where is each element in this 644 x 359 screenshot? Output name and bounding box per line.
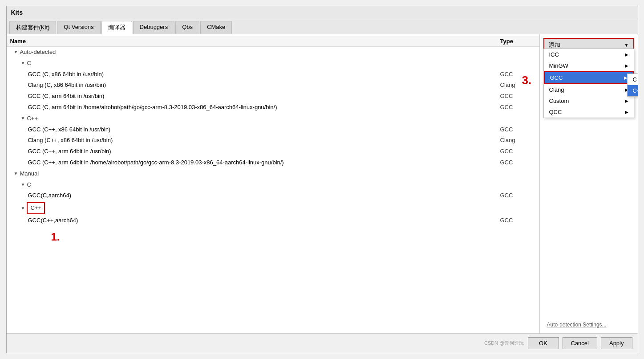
ok-button[interactable]: OK: [528, 337, 559, 349]
qcc-arrow: ▶: [625, 110, 628, 114]
tree-header: Name Type: [7, 36, 539, 47]
manual-cxx-section[interactable]: ▼ C++: [7, 201, 539, 215]
tab-qt-versions[interactable]: Qt Versions: [57, 21, 100, 34]
col-name-header: Name: [10, 38, 500, 45]
submenu-c[interactable]: C: [628, 74, 638, 85]
mingw-arrow: ▶: [625, 63, 628, 68]
section-auto-detected[interactable]: ▼ Auto-detected: [7, 47, 539, 58]
clang-cxx-x86-64-name: Clang (C++, x86 64bit in /usr/bin): [28, 136, 113, 145]
gcc-c-arm-aarch64-type: GCC: [500, 103, 536, 112]
expand-manual-c[interactable]: ▼: [21, 181, 25, 188]
mingw-label: MinGW: [549, 62, 568, 69]
gcc-cxx-arm-aarch64-name: GCC (C++, arm 64bit in /home/airobot/pat…: [28, 158, 284, 167]
tab-kits[interactable]: 构建套件(Kit): [9, 21, 57, 34]
gcc-cxx-x86-64-type: GCC: [500, 125, 536, 135]
clang-label: Clang: [549, 86, 564, 93]
section-cxx[interactable]: ▼ C++: [7, 113, 539, 124]
clang-c-x86-64-name: Clang (C, x86 64bit in /usr/bin): [28, 81, 106, 90]
gcc-c-aarch64-row[interactable]: GCC(C,aarch64) GCC: [7, 190, 539, 201]
gcc-c-x86-64-row[interactable]: GCC (C, x86 64bit in /usr/bin) GCC: [7, 69, 539, 80]
gcc-c-arm-aarch64-row[interactable]: GCC (C, arm 64bit in /home/airobot/path/…: [7, 102, 539, 113]
gcc-c-arm-aarch64-name: GCC (C, arm 64bit in /home/airobot/path/…: [28, 103, 277, 112]
auto-detect-link[interactable]: Auto-detection Settings...: [543, 320, 634, 330]
gcc-cxx-arm-aarch64-row[interactable]: GCC (C++, arm 64bit in /home/airobot/pat…: [7, 157, 539, 168]
gcc-submenu: C C++: [627, 73, 638, 97]
add-dropdown-menu: ICC ▶ MinGW ▶ GCC ▶ Clang ▶ Custom ▶: [543, 49, 634, 118]
apply-button[interactable]: Apply: [601, 337, 632, 349]
window-title: Kits: [7, 6, 638, 19]
tab-qbs[interactable]: Qbs: [175, 21, 199, 34]
gcc-c-aarch64-name: GCC(C,aarch64): [28, 191, 72, 200]
icc-label: ICC: [549, 51, 559, 58]
main-window: Kits 构建套件(Kit) Qt Versions 编译器 Debuggers…: [6, 6, 638, 353]
cancel-button[interactable]: Cancel: [563, 337, 597, 349]
clang-cxx-x86-64-row[interactable]: Clang (C++, x86 64bit in /usr/bin) Clang: [7, 135, 539, 146]
tabs-row: 构建套件(Kit) Qt Versions 编译器 Debuggers Qbs …: [7, 19, 638, 34]
expand-manual-cxx[interactable]: ▼: [21, 205, 25, 212]
col-type-header: Type: [500, 38, 536, 45]
icc-arrow: ▶: [625, 52, 628, 57]
tree-panel[interactable]: Name Type ▼ Auto-detected ▼ C GCC (C, x8…: [7, 34, 540, 333]
gcc-label: GCC: [550, 74, 563, 81]
gcc-cxx-arm-64-name: GCC (C++, arm 64bit in /usr/bin): [28, 147, 111, 156]
tab-debuggers[interactable]: Debuggers: [133, 21, 175, 34]
expand-auto-detected[interactable]: ▼: [14, 49, 18, 56]
clang-cxx-x86-64-type: Clang: [500, 136, 536, 145]
dropdown-clang[interactable]: Clang ▶: [544, 84, 634, 95]
custom-arrow: ▶: [625, 98, 628, 103]
gcc-cxx-aarch64-row[interactable]: GCC(C++,aarch64) GCC: [7, 215, 539, 226]
expand-cxx[interactable]: ▼: [21, 115, 25, 122]
content-area: Name Type ▼ Auto-detected ▼ C GCC (C, x8…: [7, 34, 638, 333]
gcc-cxx-aarch64-name: GCC(C++,aarch64): [28, 216, 78, 225]
cxx-label: C++: [27, 114, 38, 123]
dropdown-custom[interactable]: Custom ▶: [544, 95, 634, 106]
manual-c-section[interactable]: ▼ C: [7, 180, 539, 191]
c-label: C: [27, 59, 31, 68]
annotation-2: 2.: [623, 34, 633, 35]
custom-label: Custom: [549, 98, 569, 104]
dropdown-icc[interactable]: ICC ▶: [544, 49, 634, 60]
section-c[interactable]: ▼ C: [7, 58, 539, 69]
annotation-1: 1.: [51, 231, 60, 243]
expand-manual[interactable]: ▼: [14, 170, 18, 177]
manual-label: Manual: [20, 169, 39, 179]
gcc-cxx-x86-64-name: GCC (C++, x86 64bit in /usr/bin): [28, 125, 111, 135]
manual-cxx-label-box: C++: [27, 202, 45, 214]
gcc-c-arm-64-row[interactable]: GCC (C, arm 64bit in /usr/bin) GCC: [7, 91, 539, 102]
gcc-cxx-aarch64-type: GCC: [500, 216, 536, 225]
gcc-c-arm-64-name: GCC (C, arm 64bit in /usr/bin): [28, 92, 105, 101]
tab-compilers[interactable]: 编译器: [101, 21, 132, 34]
qcc-label: QCC: [549, 109, 562, 115]
dropdown-mingw[interactable]: MinGW ▶: [544, 60, 634, 71]
bottom-bar: CSDN @云创造玩 OK Cancel Apply: [7, 333, 638, 353]
section-manual[interactable]: ▼ Manual: [7, 168, 539, 180]
watermark: CSDN @云创造玩: [484, 340, 524, 347]
annotation-1-container: 1.: [7, 226, 539, 243]
gcc-cxx-arm-64-type: GCC: [500, 147, 536, 156]
gcc-c-aarch64-type: GCC: [500, 191, 536, 200]
right-panel: 2. 添加 ▼ 删除 ICC ▶ MinGW ▶ GCC: [540, 34, 638, 333]
dropdown-qcc[interactable]: QCC ▶: [544, 106, 634, 118]
add-button-label: 添加: [549, 41, 560, 49]
gcc-c-arm-64-type: GCC: [500, 92, 536, 101]
gcc-cxx-arm-aarch64-type: GCC: [500, 158, 536, 167]
submenu-cpp[interactable]: C++: [628, 85, 638, 96]
clang-c-x86-64-row[interactable]: Clang (C, x86 64bit in /usr/bin) Clang: [7, 80, 539, 91]
dropdown-gcc[interactable]: GCC ▶: [544, 71, 634, 84]
tab-cmake[interactable]: CMake: [200, 21, 232, 34]
add-dropdown-arrow: ▼: [624, 43, 629, 48]
gcc-c-x86-64-name: GCC (C, x86 64bit in /usr/bin): [28, 70, 104, 79]
gcc-cxx-x86-64-row[interactable]: GCC (C++, x86 64bit in /usr/bin) GCC: [7, 124, 539, 135]
annotation-3-container: 3.: [522, 73, 532, 87]
annotation-2-container: 2.: [623, 34, 633, 35]
auto-detected-label: Auto-detected: [20, 48, 56, 57]
annotation-3: 3.: [522, 73, 532, 87]
expand-c[interactable]: ▼: [21, 60, 25, 67]
gcc-cxx-arm-64-row[interactable]: GCC (C++, arm 64bit in /usr/bin) GCC: [7, 146, 539, 157]
manual-c-label: C: [27, 180, 31, 190]
